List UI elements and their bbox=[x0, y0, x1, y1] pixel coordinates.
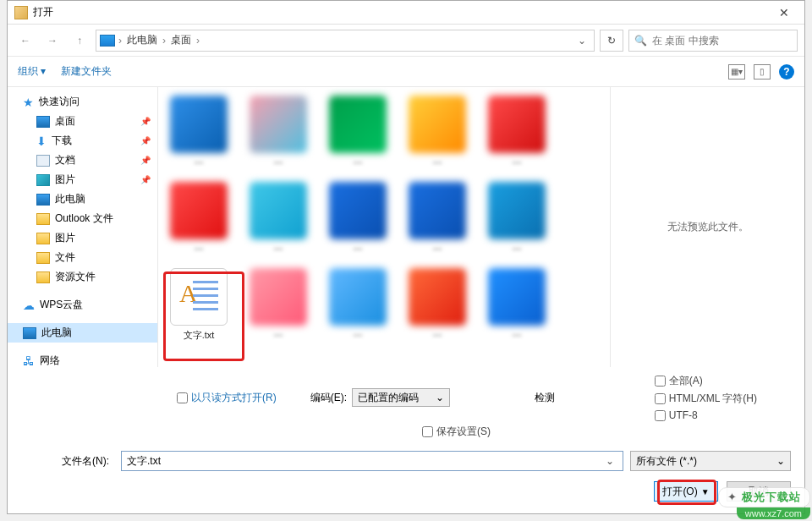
sidebar: ★ 快速访问 桌面 📌 ⬇ 下载 📌 文档 📌 图片 📌 bbox=[8, 87, 158, 367]
app-tile-icon bbox=[250, 268, 307, 326]
detect-utf8-checkbox[interactable]: UTF-8 bbox=[655, 409, 757, 421]
file-item[interactable]: — bbox=[165, 96, 233, 167]
file-item[interactable]: — bbox=[324, 96, 392, 167]
options-row: 以只读方式打开(R) 编码(E): 已配置的编码 检测 全部(A) HTML/X… bbox=[8, 367, 804, 423]
file-item[interactable]: — bbox=[403, 96, 471, 167]
app-tile-icon bbox=[329, 182, 387, 239]
network-icon: 🖧 bbox=[23, 355, 35, 367]
refresh-button[interactable]: ↻ bbox=[600, 30, 623, 52]
file-item[interactable]: — bbox=[483, 268, 551, 342]
dialog-buttons: 打开(O)▼ 取消 bbox=[8, 474, 804, 513]
file-label: — bbox=[483, 329, 551, 339]
toolbar: 组织 ▾ 新建文件夹 ▦▾ ▯ ? bbox=[8, 57, 804, 87]
sidebar-item-outlook[interactable]: Outlook 文件 bbox=[8, 209, 157, 228]
search-icon: 🔍 bbox=[634, 35, 647, 47]
search-box[interactable]: 🔍 bbox=[628, 30, 798, 52]
open-button[interactable]: 打开(O)▼ bbox=[654, 481, 718, 502]
file-item[interactable]: — bbox=[483, 96, 551, 167]
breadcrumb-desktop[interactable]: 桌面 bbox=[169, 33, 193, 47]
file-row: ————— bbox=[165, 182, 603, 253]
file-item[interactable]: — bbox=[324, 182, 392, 253]
file-item[interactable]: — bbox=[403, 182, 471, 253]
file-item[interactable]: — bbox=[244, 268, 312, 342]
view-mode-button[interactable]: ▦▾ bbox=[728, 64, 745, 80]
app-tile-icon bbox=[170, 182, 228, 239]
pictures-icon bbox=[36, 174, 50, 186]
encoding-group: 编码(E): 已配置的编码 bbox=[310, 388, 450, 407]
filename-input[interactable] bbox=[127, 455, 602, 467]
folder-icon bbox=[36, 252, 50, 264]
breadcrumb-thispc[interactable]: 此电脑 bbox=[125, 33, 159, 47]
detect-all-checkbox[interactable]: 全部(A) bbox=[655, 374, 757, 388]
organize-menu[interactable]: 组织 ▾ bbox=[18, 64, 46, 79]
sidebar-item-documents[interactable]: 文档 📌 bbox=[8, 151, 157, 170]
location-icon bbox=[100, 35, 115, 47]
app-tile-icon bbox=[488, 182, 546, 239]
pin-icon: 📌 bbox=[140, 156, 151, 165]
forward-button[interactable]: → bbox=[41, 30, 63, 52]
preview-pane-button[interactable]: ▯ bbox=[754, 64, 771, 80]
sidebar-item-downloads[interactable]: ⬇ 下载 📌 bbox=[8, 131, 157, 151]
titlebar: 打开 ✕ bbox=[8, 1, 804, 25]
file-label: — bbox=[244, 243, 312, 253]
detect-label: 检测 bbox=[535, 391, 555, 405]
file-item[interactable]: — bbox=[324, 268, 392, 342]
readonly-checkbox[interactable]: 以只读方式打开(R) bbox=[177, 391, 277, 405]
readonly-checkbox-input[interactable] bbox=[177, 392, 188, 403]
file-item[interactable]: 文字.txt bbox=[165, 268, 233, 342]
app-tile-icon bbox=[250, 96, 307, 153]
detect-html-checkbox[interactable]: HTML/XML 字符(H) bbox=[655, 392, 757, 406]
file-label: — bbox=[403, 329, 471, 339]
open-file-dialog: 打开 ✕ ← → ↑ › 此电脑 › 桌面 › ⌄ ↻ 🔍 组织 ▾ 新建文件夹… bbox=[7, 0, 805, 514]
search-input[interactable] bbox=[652, 35, 792, 47]
detect-group: 检测 bbox=[535, 391, 555, 405]
pin-icon: 📌 bbox=[140, 175, 151, 184]
new-folder-button[interactable]: 新建文件夹 bbox=[61, 64, 112, 79]
app-tile-icon bbox=[250, 182, 307, 239]
filename-label: 文件名(N): bbox=[21, 454, 114, 469]
sidebar-this-pc[interactable]: 此电脑 bbox=[8, 323, 157, 343]
filename-dropdown[interactable]: ⌄ bbox=[602, 455, 617, 467]
file-item[interactable]: — bbox=[244, 96, 312, 167]
address-dropdown[interactable]: ⌄ bbox=[573, 30, 590, 51]
filename-row: 文件名(N): ⌄ 所有文件 (*.*) bbox=[8, 442, 804, 474]
preview-pane: 无法预览此文件。 bbox=[610, 87, 804, 367]
file-item[interactable]: — bbox=[483, 182, 551, 253]
filename-combobox[interactable]: ⌄ bbox=[121, 451, 623, 471]
help-button[interactable]: ? bbox=[779, 64, 794, 80]
app-tile-icon bbox=[409, 268, 466, 326]
sidebar-item-resources[interactable]: 资源文件 bbox=[8, 267, 157, 287]
file-label: — bbox=[483, 243, 551, 253]
file-label: — bbox=[165, 156, 233, 167]
address-bar[interactable]: › 此电脑 › 桌面 › ⌄ bbox=[96, 30, 595, 52]
sidebar-item-desktop[interactable]: 桌面 📌 bbox=[8, 112, 157, 131]
app-tile-icon bbox=[488, 96, 546, 153]
sidebar-item-files[interactable]: 文件 bbox=[8, 248, 157, 267]
save-settings-checkbox[interactable]: 保存设置(S) bbox=[422, 425, 491, 439]
app-tile-icon bbox=[409, 96, 466, 153]
file-type-filter[interactable]: 所有文件 (*.*) bbox=[630, 451, 791, 471]
back-button[interactable]: ← bbox=[14, 30, 36, 52]
up-button[interactable]: ↑ bbox=[69, 30, 91, 52]
sidebar-item-pictures[interactable]: 图片 📌 bbox=[8, 170, 157, 189]
folder-icon bbox=[36, 213, 50, 225]
sidebar-item-thispc-qa[interactable]: 此电脑 bbox=[8, 189, 157, 209]
sidebar-network[interactable]: 🖧 网络 bbox=[8, 351, 157, 367]
cancel-button[interactable]: 取消 bbox=[727, 481, 791, 502]
sidebar-item-pictures2[interactable]: 图片 bbox=[8, 228, 157, 248]
close-button[interactable]: ✕ bbox=[771, 3, 798, 22]
sidebar-wps-cloud[interactable]: ☁ WPS云盘 bbox=[8, 295, 157, 315]
pc-icon bbox=[36, 194, 50, 206]
encoding-select[interactable]: 已配置的编码 bbox=[352, 388, 450, 407]
file-list[interactable]: ————— ————— 文字.txt———— bbox=[158, 87, 610, 367]
file-item[interactable]: — bbox=[244, 182, 312, 253]
file-item[interactable]: — bbox=[165, 182, 233, 253]
file-label: — bbox=[244, 329, 312, 339]
file-label: — bbox=[483, 156, 551, 167]
sidebar-quick-access[interactable]: ★ 快速访问 bbox=[8, 92, 157, 112]
options-row-2: 保存设置(S) bbox=[8, 423, 804, 442]
app-icon bbox=[14, 6, 28, 19]
file-row: ————— bbox=[165, 96, 603, 167]
file-item[interactable]: — bbox=[403, 268, 471, 342]
download-icon: ⬇ bbox=[36, 135, 47, 147]
